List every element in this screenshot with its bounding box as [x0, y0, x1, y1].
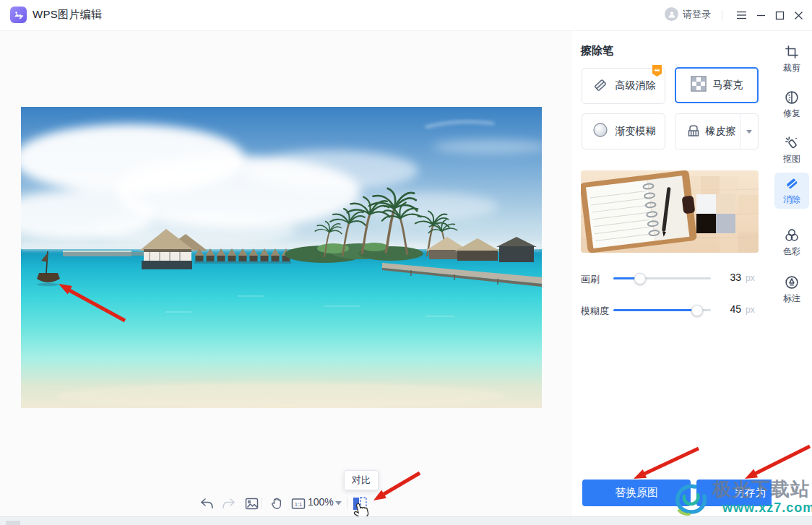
- close-icon[interactable]: [791, 8, 805, 22]
- minimize-icon[interactable]: [753, 8, 768, 22]
- toolbar-divider: [347, 498, 347, 509]
- eraser-label: 橡皮擦: [706, 125, 736, 138]
- one-to-one-icon[interactable]: 1:1: [290, 495, 306, 511]
- panel-title: 擦除笔: [581, 44, 613, 58]
- sidebar-item-erase[interactable]: 消除: [774, 173, 809, 209]
- redo-icon[interactable]: [221, 495, 237, 511]
- blur-label: 模糊度: [581, 305, 609, 318]
- eraser-dropdown[interactable]: [740, 114, 758, 149]
- mosaic-preview-image: [581, 170, 759, 253]
- user-avatar-icon: [665, 7, 678, 21]
- mode-sidebar: 裁剪 修复 抠图 消除 色彩: [772, 31, 812, 516]
- sidebar-label: 裁剪: [783, 62, 800, 74]
- brush-slider[interactable]: [613, 277, 711, 279]
- gradient-blur-button[interactable]: 渐变模糊: [582, 113, 665, 149]
- undo-icon[interactable]: [199, 495, 215, 511]
- advanced-erase-button[interactable]: 高级消除: [582, 68, 665, 104]
- hamburger-icon[interactable]: [734, 8, 748, 22]
- titlebar-divider: [722, 10, 722, 21]
- titlebar: WPS图片编辑 请登录: [0, 0, 812, 31]
- blur-unit: px: [746, 305, 755, 315]
- crop-icon: [784, 44, 800, 60]
- window-bottom-edge: [0, 516, 812, 525]
- blur-circle-icon: [592, 121, 609, 142]
- blur-slider-handle[interactable]: [691, 305, 703, 316]
- sidebar-item-crop[interactable]: 裁剪: [774, 41, 809, 77]
- erase-panel: 擦除笔 高级消除 马赛克: [571, 31, 772, 516]
- blue-eraser-icon: [784, 175, 800, 191]
- brush-unit: px: [746, 273, 755, 283]
- toolbar-divider: [262, 498, 262, 509]
- replace-original-button[interactable]: 替换原图: [582, 480, 691, 506]
- crown-badge-icon: [652, 64, 662, 80]
- compare-tooltip: 对比: [344, 470, 379, 490]
- brush-value: 33: [722, 272, 741, 283]
- advanced-erase-label: 高级消除: [616, 79, 656, 92]
- blur-slider[interactable]: [613, 309, 711, 311]
- blur-slider-row: 模糊度 45 px: [581, 303, 761, 318]
- repair-icon: [784, 90, 800, 105]
- login-label: 请登录: [683, 8, 711, 21]
- compare-tooltip-label: 对比: [352, 474, 371, 485]
- caret-down-icon[interactable]: [334, 500, 342, 507]
- mosaic-grid-icon: [691, 76, 707, 95]
- color-circles-icon: [784, 227, 800, 243]
- sidebar-item-annotate[interactable]: 标注: [774, 272, 809, 308]
- wps-logo-icon: [10, 6, 27, 23]
- canvas-area: 1:1 100% 对比: [0, 31, 571, 516]
- sidebar-label: 消除: [783, 194, 800, 206]
- sidebar-label: 抠图: [783, 153, 800, 165]
- mosaic-button[interactable]: 马赛克: [675, 67, 759, 103]
- wps-image-editor-window: WPS图片编辑 请登录: [0, 0, 812, 525]
- mosaic-label: 马赛克: [713, 79, 743, 92]
- app-title: WPS图片编辑: [33, 8, 102, 22]
- cutout-wand-icon: [784, 135, 800, 151]
- gradient-blur-label: 渐变模糊: [616, 125, 656, 138]
- sidebar-item-repair[interactable]: 修复: [774, 87, 809, 123]
- tilted-eraser-icon: [592, 76, 609, 96]
- annotate-pen-icon: [784, 274, 800, 290]
- sidebar-label: 标注: [783, 292, 800, 305]
- eraser-icon: [685, 121, 702, 142]
- image-icon[interactable]: [243, 495, 259, 511]
- brush-slider-row: 画刷 33 px: [581, 272, 761, 286]
- login-button[interactable]: 请登录: [665, 7, 711, 21]
- sidebar-label: 色彩: [783, 246, 800, 258]
- sidebar-item-color[interactable]: 色彩: [774, 225, 809, 261]
- zoom-level[interactable]: 100%: [308, 496, 334, 508]
- maximize-icon[interactable]: [772, 8, 787, 22]
- sidebar-label: 修复: [783, 108, 800, 120]
- blur-value: 45: [722, 303, 741, 315]
- brush-slider-handle[interactable]: [634, 273, 646, 285]
- photo-canvas[interactable]: [21, 107, 542, 408]
- eraser-button[interactable]: 橡皮擦: [675, 113, 759, 149]
- one-to-one-label: 1:1: [295, 500, 302, 507]
- window-bottom-tab: [6, 521, 20, 525]
- sidebar-item-cutout[interactable]: 抠图: [774, 132, 809, 168]
- brush-label: 画刷: [581, 273, 600, 286]
- hand-icon[interactable]: [269, 495, 285, 511]
